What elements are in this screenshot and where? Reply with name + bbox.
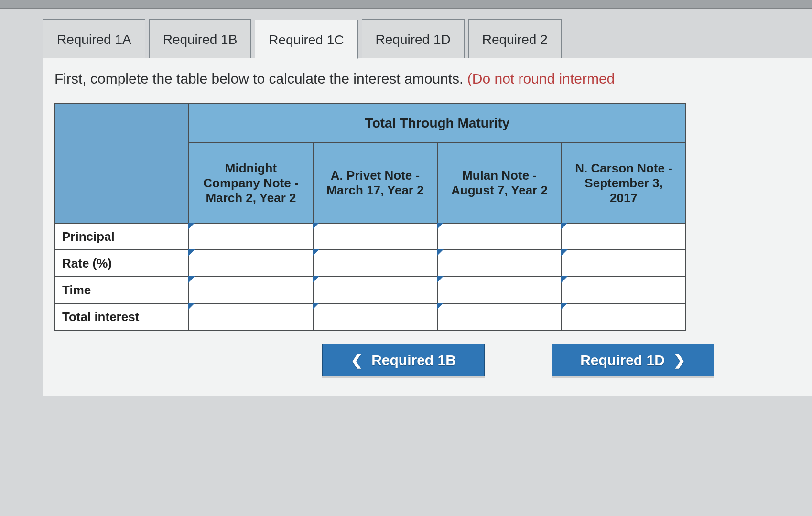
prev-button[interactable]: ❮ Required 1B (322, 344, 485, 376)
col-header-mulan: Mulan Note - August 7, Year 2 (437, 143, 562, 223)
cell-time-midnight[interactable] (189, 277, 313, 303)
header-corner (55, 104, 189, 223)
header-total-through-maturity: Total Through Maturity (189, 104, 686, 143)
col-header-privet: A. Privet Note - March 17, Year 2 (313, 143, 437, 223)
row-label-time: Time (55, 277, 189, 303)
cell-marker-icon (437, 276, 444, 283)
page-container: Required 1A Required 1B Required 1C Requ… (0, 0, 812, 396)
cell-marker-icon (437, 249, 444, 256)
cell-principal-mulan[interactable] (437, 223, 562, 250)
col-header-carson: N. Carson Note - September 3, 2017 (562, 143, 686, 223)
tab-required-1d[interactable]: Required 1D (362, 19, 465, 58)
instruction-main: First, complete the table below to calcu… (54, 71, 467, 86)
cell-marker-icon (561, 276, 568, 283)
input-principal-midnight[interactable] (189, 224, 313, 249)
next-button-label: Required 1D (580, 352, 665, 368)
tab-label: Required 1D (376, 32, 451, 47)
calc-table-wrap: Total Through Maturity Midnight Company … (54, 103, 801, 331)
tab-required-1b[interactable]: Required 1B (149, 19, 251, 58)
input-rate-mulan[interactable] (438, 250, 561, 276)
tab-label: Required 1A (57, 32, 131, 47)
cell-marker-icon (313, 249, 319, 256)
cell-principal-privet[interactable] (313, 223, 437, 250)
tab-required-1c[interactable]: Required 1C (255, 20, 357, 59)
input-total-privet[interactable] (314, 304, 437, 330)
table-row: Total interest (55, 303, 686, 330)
cell-marker-icon (188, 303, 195, 310)
cell-total-privet[interactable] (313, 303, 437, 330)
cell-marker-icon (313, 223, 319, 229)
table-row: Principal (55, 223, 686, 250)
row-label-total-interest: Total interest (55, 303, 189, 330)
tab-panel: First, complete the table below to calcu… (43, 58, 812, 396)
prev-button-label: Required 1B (371, 352, 456, 368)
cell-marker-icon (313, 303, 319, 310)
instruction-note: (Do not round intermed (467, 71, 615, 86)
cell-time-carson[interactable] (562, 277, 686, 303)
cell-marker-icon (313, 276, 319, 283)
input-rate-privet[interactable] (314, 250, 437, 276)
tab-label: Required 1C (269, 32, 344, 47)
cell-marker-icon (437, 223, 444, 229)
table-row: Rate (%) (55, 250, 686, 277)
cell-marker-icon (561, 249, 568, 256)
input-time-carson[interactable] (562, 277, 685, 303)
tab-label: Required 2 (482, 32, 548, 47)
col-header-midnight: Midnight Company Note - March 2, Year 2 (189, 143, 313, 223)
tab-required-1a[interactable]: Required 1A (43, 19, 145, 58)
tab-required-2[interactable]: Required 2 (468, 19, 562, 58)
cell-rate-carson[interactable] (562, 250, 686, 277)
cell-rate-privet[interactable] (313, 250, 437, 277)
input-principal-privet[interactable] (314, 224, 437, 249)
cell-total-carson[interactable] (562, 303, 686, 330)
chevron-left-icon: ❮ (351, 353, 363, 367)
input-time-privet[interactable] (314, 277, 437, 303)
input-total-carson[interactable] (562, 304, 685, 330)
cell-marker-icon (561, 303, 568, 310)
cell-marker-icon (188, 223, 195, 229)
cell-marker-icon (188, 276, 195, 283)
input-total-midnight[interactable] (189, 304, 313, 330)
cell-marker-icon (437, 303, 444, 310)
table-row: Time (55, 277, 686, 303)
cell-marker-icon (188, 249, 195, 256)
cell-time-mulan[interactable] (437, 277, 562, 303)
input-time-midnight[interactable] (189, 277, 313, 303)
cell-total-midnight[interactable] (189, 303, 313, 330)
input-principal-mulan[interactable] (438, 224, 561, 249)
nav-buttons: ❮ Required 1B Required 1D ❯ (54, 344, 801, 376)
input-total-mulan[interactable] (438, 304, 561, 330)
calc-table: Total Through Maturity Midnight Company … (54, 103, 686, 331)
cell-marker-icon (561, 223, 568, 229)
cell-principal-midnight[interactable] (189, 223, 313, 250)
input-rate-midnight[interactable] (189, 250, 313, 276)
row-label-principal: Principal (55, 223, 189, 250)
chevron-right-icon: ❯ (673, 353, 685, 367)
input-rate-carson[interactable] (562, 250, 685, 276)
tab-label: Required 1B (163, 32, 238, 47)
next-button[interactable]: Required 1D ❯ (552, 344, 714, 376)
cell-total-mulan[interactable] (437, 303, 562, 330)
tab-strip: Required 1A Required 1B Required 1C Requ… (43, 19, 812, 58)
input-time-mulan[interactable] (438, 277, 561, 303)
cell-rate-midnight[interactable] (189, 250, 313, 277)
cell-principal-carson[interactable] (562, 223, 686, 250)
row-label-rate: Rate (%) (55, 250, 189, 277)
top-divider (0, 0, 812, 9)
cell-rate-mulan[interactable] (437, 250, 562, 277)
cell-time-privet[interactable] (313, 277, 437, 303)
input-principal-carson[interactable] (562, 224, 685, 249)
instruction-text: First, complete the table below to calcu… (54, 71, 801, 87)
